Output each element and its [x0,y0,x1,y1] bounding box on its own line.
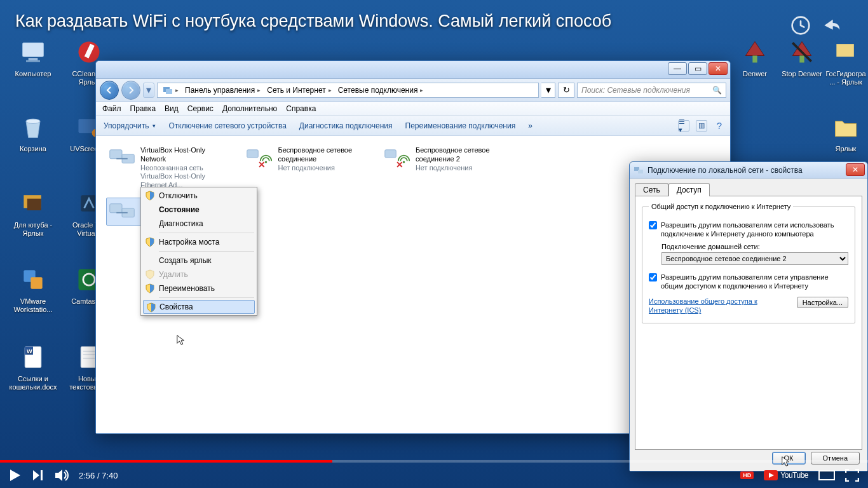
svg-rect-23 [752,56,757,63]
desktop-icon-stop-denwer[interactable]: Stop Denwer [776,37,827,78]
home-net-select[interactable]: Беспроводное сетевое соединение 2 [661,252,848,265]
help-icon[interactable]: ? [714,120,725,132]
lan-adapter-icon [109,200,135,223]
next-button[interactable] [32,469,44,482]
label: Ярлык [825,145,867,153]
theater-button[interactable] [818,469,835,482]
checkbox1[interactable] [649,221,657,229]
svg-rect-34 [385,150,397,158]
svg-marker-42 [33,470,39,480]
menu-help[interactable]: Справка [286,104,316,113]
svg-rect-1 [23,43,44,57]
menubar: Файл Правка Вид Сервис Дополнительно Спр… [96,102,730,116]
preview-pane-icon[interactable]: ▥ [696,120,707,132]
youtube-logo[interactable]: YouTube [764,470,808,480]
tab-access[interactable]: Доступ [668,183,710,196]
close-button[interactable]: ✕ [709,62,728,75]
net-item-virtualbox[interactable]: VirtualBox Host-Only NetworkНеопознанная… [106,144,233,193]
svg-rect-31 [247,150,259,158]
desktop-icon-vmware[interactable]: VMware Workstatio... [8,264,58,313]
svg-rect-28 [166,89,172,94]
label: Компьютер [8,70,58,78]
desktop-icon-computer[interactable]: Компьютер [8,37,58,78]
home-net-label: Подключение домашней сети: [661,243,848,250]
play-button[interactable] [9,468,22,482]
tab-net[interactable]: Сеть [635,183,668,196]
desktop-icon-links-docx[interactable]: WСсылки и кошельки.docx [8,342,58,391]
svg-rect-19 [81,347,97,368]
minimize-button[interactable]: — [668,62,687,75]
maximize-button[interactable]: ▭ [688,62,707,75]
hd-badge[interactable]: HD [740,471,754,479]
label: Denwer [729,70,780,78]
volume-button[interactable] [55,469,69,482]
ctx-disable[interactable]: Отключить [142,189,255,203]
label: Для ютуба - Ярлык [8,221,58,237]
ctx-bridge[interactable]: Настройка моста [142,235,255,249]
time-display: 2:56 / 7:40 [79,471,118,480]
props-close-button[interactable]: ✕ [846,163,865,176]
menu-service[interactable]: Сервис [187,104,214,113]
menu-edit[interactable]: Правка [130,104,156,113]
group-legend: Общий доступ к подключению к Интернету [649,203,793,210]
address-row: ▾ ▸ Панель управления▸ Сеть и Интернет▸ … [96,79,730,102]
crumb-cp[interactable]: Панель управления▸ [182,83,263,97]
menu-extra[interactable]: Дополнительно [222,104,277,113]
toolbar-organize[interactable]: Упорядочить [104,121,156,130]
video-desktop: Как раздавать WiFi с ноутбука средствами… [0,0,868,488]
checkbox2[interactable] [649,273,657,281]
menu-view[interactable]: Вид [165,104,179,113]
recent-dropdown[interactable]: ▾ [143,83,154,98]
toolbar-diagnose[interactable]: Диагностика подключения [299,121,393,130]
forward-button[interactable] [121,81,140,100]
fullscreen-button[interactable] [845,469,859,482]
desktop-icon-youtube-folder[interactable]: Для ютуба - Ярлык [8,188,58,237]
ctx-diag[interactable]: Диагностика [142,217,255,231]
search-input[interactable]: Поиск: Сетевые подключения🔍 [577,83,726,98]
shield-icon [145,283,155,294]
svg-rect-2 [29,58,38,60]
toolbar-rename[interactable]: Переименование подключения [405,121,516,130]
svg-rect-40 [638,170,643,173]
network-adapter-icon [109,146,135,169]
desktop-icon-folder-shortcut[interactable]: Ярлык [825,112,867,153]
label: Ссылки и кошельки.docx [8,375,58,391]
net-item-wifi1[interactable]: ✕ Беспроводное сетевое соединениеНет под… [243,144,370,175]
svg-text:W: W [27,348,32,355]
svg-rect-3 [26,60,40,62]
ctx-properties[interactable]: Свойства [143,300,255,314]
settings-button[interactable]: Настройка... [797,297,848,308]
svg-point-6 [26,119,40,123]
ctx-rename[interactable]: Переименовать [142,281,255,295]
svg-text:✕: ✕ [396,159,403,169]
desktop-icon-denwer[interactable]: Denwer [729,37,780,78]
ics-help-link[interactable]: Использование общего доступа к Интернету… [649,297,782,315]
label: Stop Denwer [776,70,827,78]
share-icon[interactable] [820,15,843,36]
ctx-create-link[interactable]: Создать ярлык [142,254,255,268]
net-item-wifi2[interactable]: ✕ Беспроводное сетевое соединение 2Нет п… [381,144,508,175]
titlebar[interactable]: — ▭ ✕ [96,61,730,79]
watch-later-icon[interactable] [790,15,811,36]
cb-allow-share[interactable]: Разрешить другим пользователям сети испо… [649,220,848,239]
cb-allow-control[interactable]: Разрешить другим пользователям сети упра… [649,273,848,291]
crumb-conns[interactable]: Сетевые подключения▸ [336,83,426,97]
video-title: Как раздавать WiFi с ноутбука средствами… [15,11,830,31]
svg-marker-41 [10,470,20,481]
breadcrumb[interactable]: ▸ Панель управления▸ Сеть и Интернет▸ Се… [157,83,539,98]
crumb-net[interactable]: Сеть и Интернет▸ [264,83,334,97]
ctx-status[interactable]: Состояние [142,203,255,217]
view-mode-icon[interactable]: ☰ ▾ [678,120,689,132]
menu-file[interactable]: Файл [102,104,121,113]
toolbar-more[interactable]: » [528,121,532,130]
desktop-icon-trash[interactable]: Корзина [8,112,58,153]
crumb-icon[interactable]: ▸ [160,83,181,97]
refresh-button[interactable]: ↻ [558,83,574,98]
shield-icon [145,237,155,247]
context-menu: Отключить Состояние Диагностика Настройк… [140,187,257,316]
desktop-icon-gosgidro[interactable]: ГосГидрогра... - Ярлык [825,37,867,86]
back-button[interactable] [100,81,119,100]
toolbar-disable[interactable]: Отключение сетевого устройства [168,121,286,130]
address-dropdown[interactable]: ▾ [541,83,555,98]
props-titlebar[interactable]: Подключение по локальной сети - свойства… [630,162,867,179]
